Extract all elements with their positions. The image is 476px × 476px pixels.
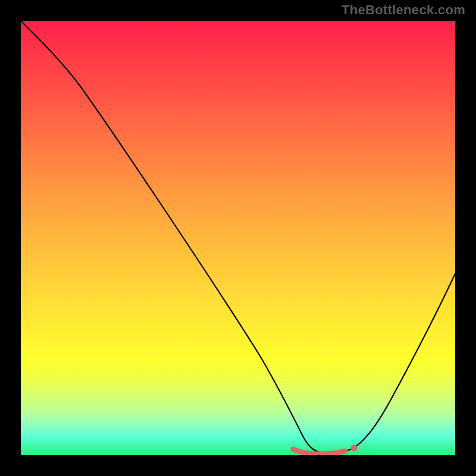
optimal-range-end-dot [351,445,358,452]
bottleneck-curve [21,21,455,453]
chart-frame: TheBottleneck.com [0,0,476,476]
curve-svg [21,21,455,455]
watermark-text: TheBottleneck.com [342,2,465,18]
plot-area [21,21,455,455]
optimal-range-highlight [293,449,345,454]
